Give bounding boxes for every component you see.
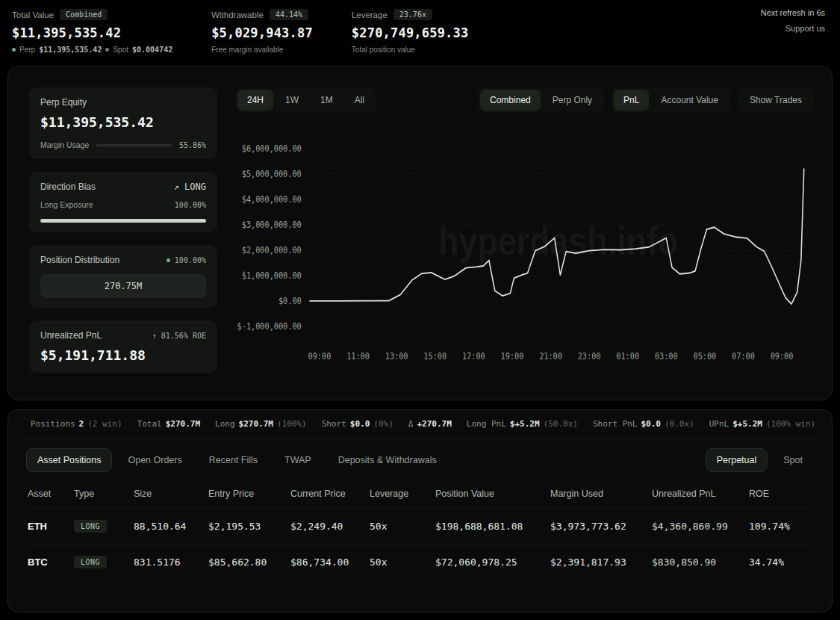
- x-tick-label: 13:00: [385, 352, 408, 362]
- positions-panel: Positions2(2 win)Total$270.7MLong$270.7M…: [7, 409, 833, 613]
- x-tick-label: 09:00: [771, 352, 794, 362]
- tab-deposits-withdrawals[interactable]: Deposits & Withdrawals: [327, 448, 448, 472]
- range-tab-all[interactable]: All: [345, 90, 374, 111]
- col-header-current_price: Current Price: [290, 489, 370, 499]
- x-tick-label: 19:00: [501, 352, 524, 362]
- total-value-stat: Total Value Combined $11,395,535.42 Perp…: [12, 9, 172, 54]
- x-tick-label: 23:00: [578, 352, 601, 362]
- pnl-chart-svg: $6,000,000.00$5,000,000.00$4,000,000.00$…: [235, 125, 814, 386]
- view-button-pnl[interactable]: PnL: [614, 90, 649, 111]
- market-type-tabs: PerpetualSpot: [706, 448, 814, 472]
- y-tick-label: $6,000,000.00: [242, 143, 302, 154]
- x-tick-label: 21:00: [539, 352, 562, 362]
- top-bar: Total Value Combined $11,395,535.42 Perp…: [0, 0, 840, 64]
- tab-asset-positions[interactable]: Asset Positions: [26, 448, 112, 472]
- refresh-countdown: Next refresh in 6s: [761, 9, 825, 17]
- long-exposure-bar: [40, 219, 206, 223]
- chart-range-tabs: 24H1W1MAll: [235, 87, 376, 113]
- cell-asset: ETH: [28, 521, 74, 532]
- leverage-sub: Total position value: [352, 46, 469, 54]
- overview-panel: Perp Equity $11,395,535.42 Margin Usage …: [7, 66, 833, 400]
- col-header-size: Size: [134, 489, 208, 499]
- margin-usage-pct: 55.86%: [179, 141, 206, 149]
- long-exposure-label: Long Exposure: [40, 200, 93, 209]
- positions-tabs-row: Asset PositionsOpen OrdersRecent FillsTW…: [22, 448, 818, 472]
- view-button-perp-only[interactable]: Perp Only: [543, 90, 602, 111]
- cell-size: 88,510.64: [134, 521, 208, 532]
- roe-indicator: ↑ 81.56% ROE: [152, 332, 206, 340]
- cell-current_price: $86,734.00: [290, 557, 370, 568]
- combined-badge: Combined: [60, 9, 108, 20]
- x-tick-label: 09:00: [308, 352, 332, 362]
- x-tick-label: 07:00: [732, 352, 755, 362]
- range-tab-1w[interactable]: 1W: [276, 90, 308, 111]
- position-row-eth[interactable]: ETHLONG88,510.64$2,195.53$2,249.4050x$19…: [28, 508, 812, 544]
- margin-usage-label: Margin Usage: [40, 140, 89, 149]
- tab-open-orders[interactable]: Open Orders: [116, 448, 193, 472]
- positions-tabs: Asset PositionsOpen OrdersRecent FillsTW…: [26, 448, 448, 472]
- positions-table-body: ETHLONG88,510.64$2,195.53$2,249.4050x$19…: [28, 508, 812, 580]
- top-right: Next refresh in 6s Support us: [761, 9, 825, 33]
- y-tick-label: $0.00: [279, 296, 302, 306]
- view-button-account-value[interactable]: Account Value: [651, 90, 728, 111]
- chart-section: 24H1W1MAll CombinedPerp OnlyPnLAccount V…: [235, 87, 814, 386]
- stats-item-long-pnl: Long PnL$+5.2M(50.0x): [467, 419, 578, 429]
- col-header-margin_used: Margin Used: [550, 489, 652, 499]
- support-link[interactable]: Support us: [761, 25, 825, 33]
- x-tick-label: 11:00: [346, 352, 370, 362]
- tab-twap[interactable]: TWAP: [273, 448, 323, 472]
- col-header-roe: ROE: [749, 489, 812, 499]
- view-button-show-trades[interactable]: Show Trades: [740, 90, 812, 111]
- stats-item-upnl: UPnL$+5.2M(100% win): [709, 419, 815, 429]
- unrealized-pnl-card: Unrealized PnL ↑ 81.56% ROE $5,191,711.8…: [29, 320, 217, 373]
- spot-label: Spot: [113, 46, 128, 54]
- range-tab-1m[interactable]: 1M: [311, 90, 343, 111]
- position-row-btc[interactable]: BTCLONG831.5176$85,662.80$86,734.0050x$7…: [28, 544, 812, 580]
- y-tick-label: $1,000,000.00: [242, 270, 302, 281]
- cell-entry_price: $2,195.53: [208, 521, 290, 532]
- direction-bias-side: LONG: [184, 182, 206, 192]
- position-distribution-pct: 100.00%: [175, 256, 206, 264]
- cell-size: 831.5176: [134, 557, 208, 568]
- cell-roe: 109.74%: [749, 521, 812, 532]
- long-dot-icon: [167, 258, 170, 262]
- cell-margin_used: $2,391,817.93: [550, 557, 652, 568]
- market-tab-perpetual[interactable]: Perpetual: [706, 448, 768, 472]
- col-header-leverage: Leverage: [370, 489, 435, 499]
- col-header-entry_price: Entry Price: [208, 489, 290, 499]
- market-tab-spot[interactable]: Spot: [772, 448, 814, 472]
- stats-item-: Δ+270.7M: [408, 419, 452, 429]
- x-tick-label: 17:00: [462, 352, 485, 362]
- cell-entry_price: $85,662.80: [208, 557, 290, 568]
- roe-value: 81.56% ROE: [161, 332, 206, 340]
- range-tab-24h[interactable]: 24H: [237, 90, 273, 111]
- trend-arrow-icon: ↗: [174, 182, 179, 192]
- up-arrow-icon: ↑: [152, 332, 157, 340]
- chart-watermark: hyperdash.info: [438, 220, 678, 263]
- cell-current_price: $2,249.40: [290, 521, 370, 532]
- cell-position_value: $72,060,978.25: [435, 557, 550, 568]
- spot-dot-icon: [105, 48, 109, 52]
- position-distribution-card: Position Distribution 100.00% 270.75M: [29, 245, 217, 308]
- leverage-badge: 23.76x: [393, 9, 432, 20]
- stats-item-long: Long$270.7M(100%): [215, 419, 307, 429]
- view-button-combined[interactable]: Combined: [480, 90, 541, 111]
- cell-asset: BTC: [28, 557, 74, 568]
- pnl-chart[interactable]: $6,000,000.00$5,000,000.00$4,000,000.00$…: [235, 125, 814, 386]
- perp-dot-icon: [12, 48, 16, 52]
- position-distribution-bar: 270.75M: [40, 274, 206, 298]
- withdrawable-stat: Withdrawable 44.14% $5,029,943.87 Free m…: [211, 9, 313, 54]
- positions-stats-bar: Positions2(2 win)Total$270.7MLong$270.7M…: [22, 410, 818, 438]
- col-header-position_value: Position Value: [435, 489, 550, 499]
- withdrawable-sub: Free margin available: [211, 46, 313, 54]
- position-side-badge: LONG: [74, 556, 107, 568]
- y-tick-label: $5,000,000.00: [242, 169, 302, 179]
- tab-recent-fills[interactable]: Recent Fills: [198, 448, 269, 472]
- view-button-group: PnLAccount Value: [612, 87, 730, 113]
- direction-bias-card: Direction Bias ↗ LONG Long Exposure 100.…: [29, 172, 217, 232]
- leverage-stat: Leverage 23.76x $270,749,659.33 Total po…: [352, 9, 469, 54]
- total-value-label: Total Value: [12, 10, 54, 19]
- stats-item-total: Total$270.7M: [137, 419, 200, 429]
- positions-table-header: AssetTypeSizeEntry PriceCurrent PriceLev…: [28, 483, 812, 508]
- cell-position_value: $198,688,681.08: [435, 521, 550, 532]
